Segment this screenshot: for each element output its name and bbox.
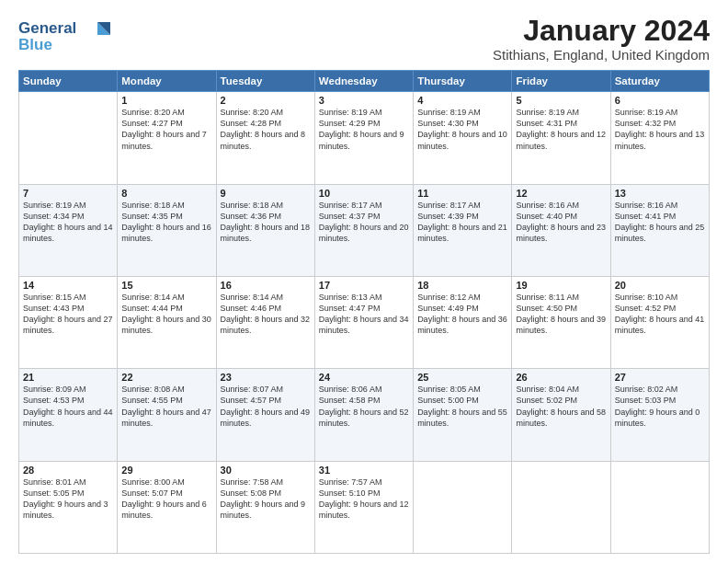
- calendar-subtitle: Stithians, England, United Kingdom: [493, 47, 710, 63]
- day-number: 2: [221, 95, 311, 106]
- calendar-cell: 16Sunrise: 8:14 AMSunset: 4:46 PMDayligh…: [216, 276, 314, 368]
- weekday-header-cell: Monday: [118, 71, 216, 92]
- calendar-cell: 30Sunrise: 7:58 AMSunset: 5:08 PMDayligh…: [216, 461, 314, 553]
- day-number: 18: [417, 280, 507, 291]
- weekday-header-cell: Saturday: [610, 71, 709, 92]
- day-number: 29: [121, 465, 211, 476]
- day-info: Sunrise: 8:19 AMSunset: 4:32 PMDaylight:…: [615, 107, 705, 152]
- calendar-cell: 6Sunrise: 8:19 AMSunset: 4:32 PMDaylight…: [610, 92, 709, 184]
- day-number: 25: [417, 372, 507, 383]
- calendar-cell: 25Sunrise: 8:05 AMSunset: 5:00 PMDayligh…: [414, 369, 512, 461]
- day-number: 28: [23, 465, 113, 476]
- calendar-cell: 13Sunrise: 8:16 AMSunset: 4:41 PMDayligh…: [610, 184, 709, 276]
- day-info: Sunrise: 8:19 AMSunset: 4:30 PMDaylight:…: [417, 107, 507, 152]
- calendar-cell: [414, 461, 512, 553]
- calendar-cell: 7Sunrise: 8:19 AMSunset: 4:34 PMDaylight…: [19, 184, 118, 276]
- day-number: 21: [23, 372, 113, 383]
- day-number: 20: [615, 280, 705, 291]
- calendar-table: SundayMondayTuesdayWednesdayThursdayFrid…: [18, 70, 710, 554]
- day-number: 14: [23, 280, 113, 291]
- day-number: 31: [319, 465, 409, 476]
- day-info: Sunrise: 8:18 AMSunset: 4:36 PMDaylight:…: [221, 200, 311, 245]
- day-info: Sunrise: 8:19 AMSunset: 4:31 PMDaylight:…: [516, 107, 606, 152]
- day-info: Sunrise: 8:19 AMSunset: 4:34 PMDaylight:…: [23, 200, 113, 245]
- calendar-cell: 23Sunrise: 8:07 AMSunset: 4:57 PMDayligh…: [216, 369, 314, 461]
- day-number: 27: [615, 372, 705, 383]
- day-number: 16: [221, 280, 311, 291]
- day-info: Sunrise: 8:04 AMSunset: 5:02 PMDaylight:…: [516, 384, 606, 429]
- day-info: Sunrise: 8:09 AMSunset: 4:53 PMDaylight:…: [23, 384, 113, 429]
- day-info: Sunrise: 8:10 AMSunset: 4:52 PMDaylight:…: [615, 292, 705, 337]
- calendar-week-row: 21Sunrise: 8:09 AMSunset: 4:53 PMDayligh…: [19, 369, 710, 461]
- header: General Blue January 2024 Stithians, Eng…: [18, 15, 710, 63]
- calendar-cell: 26Sunrise: 8:04 AMSunset: 5:02 PMDayligh…: [512, 369, 610, 461]
- day-number: 9: [221, 188, 311, 199]
- svg-text:Blue: Blue: [18, 36, 52, 53]
- day-number: 4: [417, 95, 507, 106]
- calendar-cell: 3Sunrise: 8:19 AMSunset: 4:29 PMDaylight…: [314, 92, 413, 184]
- day-info: Sunrise: 7:58 AMSunset: 5:08 PMDaylight:…: [221, 477, 311, 522]
- calendar-cell: 5Sunrise: 8:19 AMSunset: 4:31 PMDaylight…: [512, 92, 610, 184]
- calendar-page: General Blue January 2024 Stithians, Eng…: [0, 0, 728, 563]
- weekday-header-row: SundayMondayTuesdayWednesdayThursdayFrid…: [19, 71, 710, 92]
- calendar-cell: 8Sunrise: 8:18 AMSunset: 4:35 PMDaylight…: [118, 184, 216, 276]
- weekday-header-cell: Friday: [512, 71, 610, 92]
- calendar-cell: 10Sunrise: 8:17 AMSunset: 4:37 PMDayligh…: [314, 184, 413, 276]
- day-info: Sunrise: 8:15 AMSunset: 4:43 PMDaylight:…: [23, 292, 113, 337]
- day-number: 23: [221, 372, 311, 383]
- title-block: January 2024 Stithians, England, United …: [493, 15, 710, 63]
- day-number: 3: [319, 95, 409, 106]
- calendar-cell: 1Sunrise: 8:20 AMSunset: 4:27 PMDaylight…: [118, 92, 216, 184]
- day-info: Sunrise: 8:12 AMSunset: 4:49 PMDaylight:…: [417, 292, 507, 337]
- calendar-cell: 31Sunrise: 7:57 AMSunset: 5:10 PMDayligh…: [314, 461, 413, 553]
- day-number: 6: [615, 95, 705, 106]
- day-info: Sunrise: 8:11 AMSunset: 4:50 PMDaylight:…: [516, 292, 606, 337]
- day-number: 13: [615, 188, 705, 199]
- calendar-title: January 2024: [493, 15, 710, 47]
- calendar-cell: [610, 461, 709, 553]
- calendar-week-row: 1Sunrise: 8:20 AMSunset: 4:27 PMDaylight…: [19, 92, 710, 184]
- calendar-cell: 4Sunrise: 8:19 AMSunset: 4:30 PMDaylight…: [414, 92, 512, 184]
- day-number: 30: [221, 465, 311, 476]
- weekday-header-cell: Tuesday: [216, 71, 314, 92]
- weekday-header-cell: Sunday: [19, 71, 118, 92]
- calendar-cell: 22Sunrise: 8:08 AMSunset: 4:55 PMDayligh…: [118, 369, 216, 461]
- day-info: Sunrise: 8:19 AMSunset: 4:29 PMDaylight:…: [319, 107, 409, 152]
- day-info: Sunrise: 8:05 AMSunset: 5:00 PMDaylight:…: [417, 384, 507, 429]
- calendar-cell: 18Sunrise: 8:12 AMSunset: 4:49 PMDayligh…: [414, 276, 512, 368]
- day-info: Sunrise: 8:16 AMSunset: 4:40 PMDaylight:…: [516, 200, 606, 245]
- calendar-body: 1Sunrise: 8:20 AMSunset: 4:27 PMDaylight…: [19, 92, 710, 554]
- calendar-cell: 28Sunrise: 8:01 AMSunset: 5:05 PMDayligh…: [19, 461, 118, 553]
- calendar-cell: 27Sunrise: 8:02 AMSunset: 5:03 PMDayligh…: [610, 369, 709, 461]
- calendar-cell: 20Sunrise: 8:10 AMSunset: 4:52 PMDayligh…: [610, 276, 709, 368]
- weekday-header-cell: Wednesday: [314, 71, 413, 92]
- day-number: 5: [516, 95, 606, 106]
- day-number: 10: [319, 188, 409, 199]
- calendar-cell: 19Sunrise: 8:11 AMSunset: 4:50 PMDayligh…: [512, 276, 610, 368]
- day-number: 22: [121, 372, 211, 383]
- day-info: Sunrise: 8:08 AMSunset: 4:55 PMDaylight:…: [121, 384, 211, 429]
- calendar-cell: 2Sunrise: 8:20 AMSunset: 4:28 PMDaylight…: [216, 92, 314, 184]
- day-info: Sunrise: 8:00 AMSunset: 5:07 PMDaylight:…: [121, 477, 211, 522]
- day-number: 19: [516, 280, 606, 291]
- day-number: 7: [23, 188, 113, 199]
- calendar-week-row: 7Sunrise: 8:19 AMSunset: 4:34 PMDaylight…: [19, 184, 710, 276]
- day-info: Sunrise: 7:57 AMSunset: 5:10 PMDaylight:…: [319, 477, 409, 522]
- day-info: Sunrise: 8:01 AMSunset: 5:05 PMDaylight:…: [23, 477, 113, 522]
- day-number: 8: [121, 188, 211, 199]
- day-number: 26: [516, 372, 606, 383]
- svg-text:General: General: [18, 19, 76, 37]
- day-info: Sunrise: 8:17 AMSunset: 4:37 PMDaylight:…: [319, 200, 409, 245]
- day-info: Sunrise: 8:17 AMSunset: 4:39 PMDaylight:…: [417, 200, 507, 245]
- calendar-cell: 15Sunrise: 8:14 AMSunset: 4:44 PMDayligh…: [118, 276, 216, 368]
- day-info: Sunrise: 8:16 AMSunset: 4:41 PMDaylight:…: [615, 200, 705, 245]
- day-number: 12: [516, 188, 606, 199]
- calendar-week-row: 14Sunrise: 8:15 AMSunset: 4:43 PMDayligh…: [19, 276, 710, 368]
- day-number: 15: [121, 280, 211, 291]
- day-number: 17: [319, 280, 409, 291]
- calendar-cell: 14Sunrise: 8:15 AMSunset: 4:43 PMDayligh…: [19, 276, 118, 368]
- calendar-week-row: 28Sunrise: 8:01 AMSunset: 5:05 PMDayligh…: [19, 461, 710, 553]
- calendar-cell: [19, 92, 118, 184]
- day-number: 1: [121, 95, 211, 106]
- day-info: Sunrise: 8:14 AMSunset: 4:44 PMDaylight:…: [121, 292, 211, 337]
